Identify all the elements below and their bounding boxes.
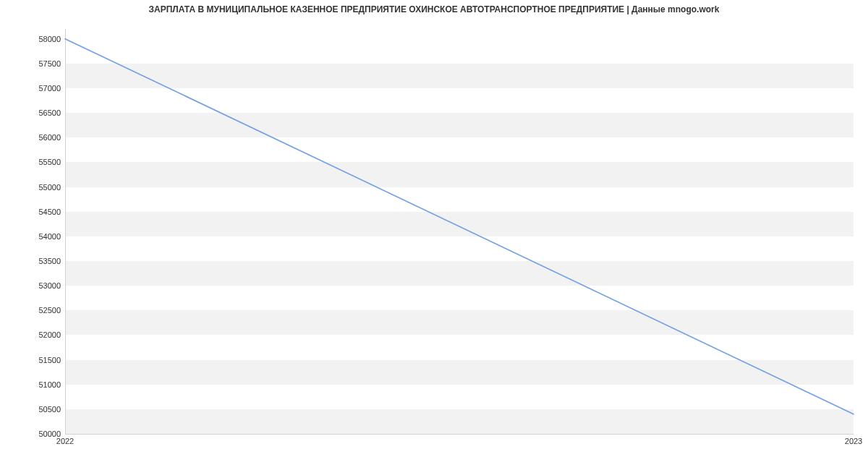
y-tick-label: 51500 (3, 356, 61, 364)
y-tick-label: 56000 (3, 133, 61, 142)
y-tick-label: 50000 (3, 430, 61, 438)
salary-line-chart: ЗАРПЛАТА В МУНИЦИПАЛЬНОЕ КАЗЕННОЕ ПРЕДПР… (0, 0, 868, 470)
y-tick-label: 57000 (3, 84, 61, 93)
y-tick-label: 53000 (3, 281, 61, 290)
y-tick-label: 54500 (3, 208, 61, 216)
y-tick-label: 52500 (3, 306, 61, 315)
y-tick-label: 56500 (3, 108, 61, 117)
data-line (65, 29, 854, 434)
y-tick-label: 50500 (3, 405, 61, 414)
y-tick-label: 51000 (3, 380, 61, 389)
y-tick-label: 54000 (3, 232, 61, 241)
y-tick-label: 57500 (3, 59, 61, 68)
y-tick-label: 53500 (3, 257, 61, 265)
x-tick-label: 2022 (56, 437, 74, 445)
x-axis-line (65, 434, 854, 435)
y-tick-label: 58000 (3, 35, 61, 43)
chart-title: ЗАРПЛАТА В МУНИЦИПАЛЬНОЕ КАЗЕННОЕ ПРЕДПР… (0, 4, 868, 14)
plot-area (65, 29, 854, 434)
x-tick-label: 2023 (845, 437, 862, 445)
y-tick-label: 52000 (3, 330, 61, 339)
y-tick-label: 55500 (3, 158, 61, 166)
y-tick-label: 55000 (3, 183, 61, 192)
